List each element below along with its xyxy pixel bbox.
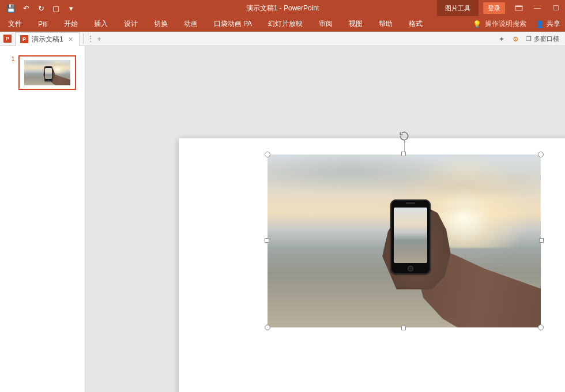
contextual-tab-zone: 图片工具 [437, 0, 479, 16]
svg-rect-1 [515, 6, 522, 7]
workspace: 1 [0, 46, 565, 392]
quick-access-toolbar: 💾 ↶ ↻ ▢ ▾ [0, 2, 77, 14]
tab-review[interactable]: 审阅 [311, 16, 341, 32]
resize-handle-top-left[interactable] [265, 152, 270, 157]
window-controls: — ☐ [510, 0, 565, 16]
thumbnail-image [24, 60, 70, 85]
close-tab-button[interactable]: ✕ [67, 36, 74, 43]
start-slideshow-button[interactable]: ▢ [50, 2, 62, 14]
tab-slideshow[interactable]: 幻灯片放映 [260, 16, 311, 32]
tab-menu-button[interactable]: ⋮ [87, 35, 94, 43]
share-icon: 👤 [536, 20, 544, 28]
slide-thumbnail-1[interactable] [18, 55, 76, 90]
sign-in-button[interactable]: 登录 [483, 2, 505, 14]
resize-handle-bottom[interactable] [401, 326, 406, 330]
resize-handle-bottom-right[interactable] [538, 325, 544, 330]
resize-handle-left[interactable] [265, 238, 269, 243]
resize-handle-right[interactable] [539, 238, 544, 243]
tell-me-label: 操作说明搜索 [485, 19, 526, 29]
ribbon-display-options-button[interactable] [510, 0, 528, 16]
resize-handle-top[interactable] [401, 152, 406, 156]
settings-gear-icon[interactable]: ⚙ [510, 33, 521, 45]
resize-handle-top-right[interactable] [538, 152, 544, 157]
minimize-button[interactable]: — [528, 0, 547, 16]
powerpoint-icon: P [20, 35, 28, 43]
share-button[interactable]: 👤 共享 [536, 19, 560, 29]
multi-window-button[interactable]: ❐ 多窗口模 [523, 35, 562, 43]
tab-insert[interactable]: 插入 [86, 16, 116, 32]
tab-design[interactable]: 设计 [116, 16, 146, 32]
document-tab-label: 演示文稿1 [32, 35, 63, 44]
window-title: 演示文稿1 - PowerPoint [0, 3, 565, 13]
tab-separator [83, 33, 84, 44]
tab-piti[interactable]: Piti [30, 16, 56, 32]
lightbulb-icon: 💡 [473, 20, 481, 28]
sparkle-icon[interactable]: ✦ [496, 33, 507, 45]
picture-tools-label: 图片工具 [437, 0, 479, 16]
document-tab[interactable]: P 演示文稿1 ✕ [15, 32, 80, 46]
inserted-image[interactable] [268, 154, 541, 327]
tab-animations[interactable]: 动画 [176, 16, 206, 32]
tab-pocket-animation[interactable]: 口袋动画 PA [206, 16, 260, 32]
tab-file[interactable]: 文件 [0, 16, 30, 32]
tab-transitions[interactable]: 切换 [146, 16, 176, 32]
tab-format[interactable]: 格式 [401, 16, 431, 32]
tab-view[interactable]: 视图 [341, 16, 371, 32]
title-bar: 💾 ↶ ↻ ▢ ▾ 演示文稿1 - PowerPoint 图片工具 登录 — ☐ [0, 0, 565, 16]
qat-customize-button[interactable]: ▾ [65, 2, 77, 14]
maximize-button[interactable]: ☐ [547, 0, 565, 16]
redo-button[interactable]: ↻ [35, 2, 47, 14]
document-tab-bar: P P 演示文稿1 ✕ ⋮ ＋ ✦ ⚙ ❐ 多窗口模 [0, 32, 565, 46]
tell-me-search[interactable]: 💡 操作说明搜索 [467, 19, 532, 29]
save-button[interactable]: 💾 [5, 2, 17, 14]
slide-thumbnail-panel: 1 [0, 46, 85, 392]
slide-canvas-area[interactable] [85, 46, 565, 392]
powerpoint-icon: P [3, 35, 12, 43]
tab-home[interactable]: 开始 [56, 16, 86, 32]
slide-number: 1 [9, 55, 15, 62]
window-icon: ❐ [526, 35, 532, 43]
resize-handle-bottom-left[interactable] [265, 325, 270, 330]
tab-help[interactable]: 帮助 [371, 16, 401, 32]
rotation-handle[interactable] [398, 130, 410, 142]
undo-button[interactable]: ↶ [20, 2, 32, 14]
multi-window-label: 多窗口模 [534, 35, 559, 43]
selected-picture[interactable] [268, 154, 541, 327]
ribbon-tabs: 文件 Piti 开始 插入 设计 切换 动画 口袋动画 PA 幻灯片放映 审阅 … [0, 16, 565, 32]
new-tab-button[interactable]: ＋ [94, 33, 104, 44]
share-label: 共享 [547, 19, 560, 29]
